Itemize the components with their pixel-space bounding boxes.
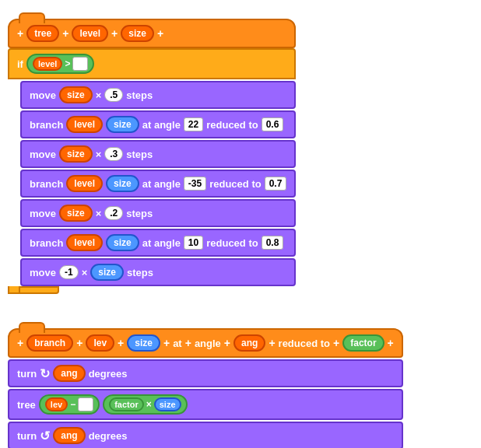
tree-factor-op: factor × size <box>103 394 187 415</box>
move-size-3: size <box>59 205 93 222</box>
turn-right-label: turn <box>17 368 37 380</box>
plus-icon-6: + <box>185 337 191 349</box>
times-2: × <box>96 149 102 160</box>
at-angle-1: at angle <box>142 119 181 131</box>
angle-label: angle <box>195 338 221 349</box>
move-label-3: move <box>30 208 56 219</box>
condition-block: level > 0 <box>26 54 94 74</box>
tree-label: tree <box>17 399 36 411</box>
pill-factor: factor <box>342 334 384 352</box>
move-size-pill: size <box>90 264 124 281</box>
reduced-to-1: reduced to <box>206 119 258 131</box>
reduced-val-1[interactable]: 0.6 <box>262 117 284 131</box>
angle-val-3[interactable]: 10 <box>184 236 203 250</box>
times-4: × <box>82 267 88 278</box>
reduced-to-2: reduced to <box>209 178 261 190</box>
plus-icon: + <box>17 27 23 40</box>
tree-size-pill: size <box>154 397 181 411</box>
branch-label-3: branch <box>30 237 63 249</box>
move-neg-val[interactable]: -1 <box>59 265 79 279</box>
block-move-1: move size × .5 steps <box>20 81 296 109</box>
tree-lev-op: lev − 1 <box>39 394 100 415</box>
block-turn-left: turn ↺ ang degrees <box>8 422 403 448</box>
plus-icon-4: + <box>118 337 124 349</box>
plus-icon-8: + <box>269 337 275 349</box>
steps-2: steps <box>126 149 153 160</box>
condition-value[interactable]: 0 <box>72 57 88 71</box>
branch-label-2: branch <box>30 178 63 190</box>
block-branch-2: branch level size at angle -35 reduced t… <box>20 170 296 198</box>
plus-icon-5: + <box>163 337 170 349</box>
branch-size-2: size <box>106 175 139 192</box>
at-angle-3: at angle <box>142 237 181 249</box>
branch-level-2: level <box>66 175 103 192</box>
steps-4: steps <box>127 267 153 278</box>
section-2: + branch + lev + size + at + angle + ang… <box>8 317 473 448</box>
hat-block-tree: + tree + level + size + <box>8 19 296 48</box>
pill-size: size <box>121 25 154 42</box>
tree-minus-val[interactable]: 1 <box>78 397 93 411</box>
times-op: × <box>146 399 152 410</box>
turn-left-label: turn <box>17 430 37 442</box>
block-move-2: move size × .3 steps <box>20 140 296 168</box>
reduced-val-2[interactable]: 0.7 <box>265 177 287 191</box>
pill-size-2: size <box>127 334 160 352</box>
steps-3: steps <box>126 208 153 219</box>
pill-lev: lev <box>86 334 114 352</box>
branch-size-3: size <box>106 234 139 251</box>
branch-label-1: branch <box>30 119 63 131</box>
move-size-1: size <box>59 86 93 103</box>
move-label-4: move <box>30 267 56 278</box>
branch-level-3: level <box>66 234 103 251</box>
plus-icon-10: + <box>388 337 394 349</box>
gt-operator: > <box>65 58 70 69</box>
if-block-wrapper: if level > 0 move size × .5 steps <box>8 48 296 294</box>
tree-lev-pill: lev <box>45 397 68 411</box>
at-label: at <box>173 338 182 349</box>
turn-left-ang: ang <box>53 427 85 444</box>
plus-icon-2: + <box>17 337 23 349</box>
move-val-1[interactable]: .5 <box>104 88 123 102</box>
plus-icon-9: + <box>333 337 339 349</box>
reduced-to-label: reduced to <box>279 338 330 349</box>
plus-icon-3: + <box>76 337 83 349</box>
times-1: × <box>96 89 102 101</box>
minus-op: − <box>70 399 75 410</box>
angle-val-1[interactable]: 22 <box>184 117 203 131</box>
pill-level: level <box>72 25 108 42</box>
if-block-header: if level > 0 <box>8 48 296 79</box>
block-branch-3: branch level size at angle 10 reduced to… <box>20 229 296 257</box>
move-label-2: move <box>30 149 56 160</box>
turn-right-degrees: degrees <box>89 368 128 380</box>
plus-icon: + <box>157 27 163 40</box>
reduced-to-3: reduced to <box>206 237 258 249</box>
tree-factor-pill: factor <box>109 397 144 411</box>
block-branch-1: branch level size at angle 22 reduced to… <box>20 110 296 138</box>
if-label: if <box>17 58 23 70</box>
block-move-3: move size × .2 steps <box>20 199 296 227</box>
move-val-2[interactable]: .3 <box>104 147 123 161</box>
turn-right-icon: ↻ <box>40 366 50 381</box>
move-label-1: move <box>30 89 56 101</box>
angle-val-2[interactable]: -35 <box>184 177 206 191</box>
block-tree: tree lev − 1 factor × size <box>8 389 403 420</box>
pill-tree: tree <box>26 25 59 42</box>
plus-icon: + <box>111 27 118 40</box>
block-turn-right: turn ↻ ang degrees <box>8 359 403 387</box>
condition-level: level <box>33 57 62 71</box>
plus-icon: + <box>62 27 68 40</box>
move-size-2: size <box>59 145 93 163</box>
if-block-body: move size × .5 steps branch level size a… <box>20 79 296 286</box>
move-val-3[interactable]: .2 <box>104 206 123 220</box>
block-move-4: move -1 × size steps <box>20 258 296 286</box>
branch-level-1: level <box>66 116 103 133</box>
reduced-val-3[interactable]: 0.8 <box>262 236 284 250</box>
steps-1: steps <box>126 89 153 101</box>
times-3: × <box>96 208 102 219</box>
turn-left-degrees: degrees <box>89 430 128 442</box>
pill-ang: ang <box>233 334 265 352</box>
plus-icon-7: + <box>224 337 230 349</box>
section-1: + tree + level + size + if level > 0 mov… <box>8 8 473 294</box>
pill-branch: branch <box>26 334 73 352</box>
hat-block-branch: + branch + lev + size + at + angle + ang… <box>8 328 403 358</box>
